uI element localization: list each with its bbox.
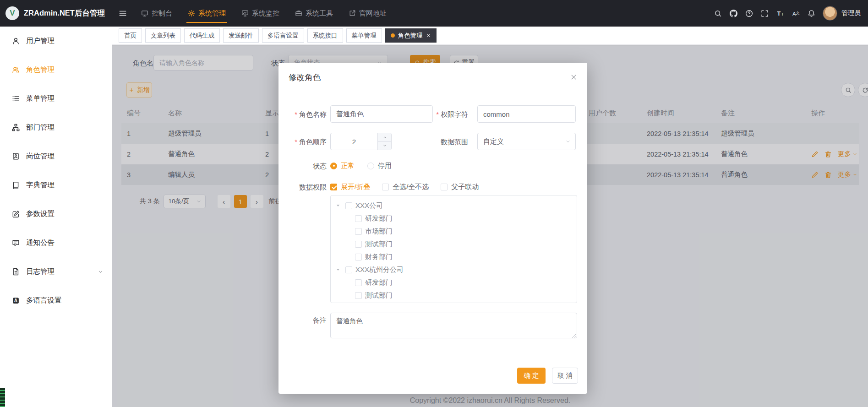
- topbar-search-button[interactable]: [711, 6, 725, 20]
- role-key-input[interactable]: [477, 105, 576, 123]
- tab-send-mail[interactable]: 发送邮件: [223, 28, 259, 43]
- topbar-github-button[interactable]: [726, 6, 740, 20]
- tab-menu-mgmt[interactable]: 菜单管理: [346, 28, 382, 43]
- background-window-sliver: [0, 388, 5, 407]
- tab-system-api[interactable]: 系统接口: [307, 28, 343, 43]
- tree-node[interactable]: 测试部门: [331, 238, 577, 250]
- close-tab-icon[interactable]: [426, 33, 431, 38]
- tree-node[interactable]: XXX公司: [331, 199, 577, 212]
- confirm-button[interactable]: 确 定: [517, 368, 546, 384]
- topbar-fullscreen-button[interactable]: [758, 6, 771, 20]
- avatar[interactable]: [823, 6, 837, 21]
- tree-node[interactable]: 研发部门: [331, 276, 577, 289]
- menu-list-icon: [12, 95, 20, 103]
- sidebar-item-notice[interactable]: 通知公告: [0, 228, 112, 257]
- tree-node-checkbox[interactable]: [355, 254, 362, 260]
- tree-node[interactable]: XXX杭州分公司: [331, 263, 577, 276]
- dialog-close-button[interactable]: [570, 74, 577, 82]
- tree-node[interactable]: 研发部门: [331, 212, 577, 225]
- role-name-label: *角色名称: [281, 110, 327, 119]
- remark-textarea[interactable]: 普通角色: [330, 313, 577, 338]
- tree-node-checkbox[interactable]: [345, 266, 352, 273]
- nav-console[interactable]: 控制台: [133, 0, 180, 27]
- sidebar-item-post-mgmt[interactable]: 岗位管理: [0, 142, 112, 171]
- sidebar-item-menu-mgmt[interactable]: 菜单管理: [0, 84, 112, 113]
- textarea-resize-handle[interactable]: [572, 332, 576, 336]
- close-icon: [570, 74, 577, 81]
- app-logo[interactable]: V ZRAdmin.NET后台管理: [0, 6, 112, 20]
- sidebar-item-log-mgmt[interactable]: 日志管理: [0, 257, 112, 286]
- tab-role-mgmt[interactable]: 角色管理: [385, 28, 437, 43]
- chevron-up-icon: [382, 135, 387, 140]
- nav-label: 系统工具: [306, 9, 333, 18]
- sidebar-toggle-button[interactable]: [112, 0, 133, 27]
- sidebar-item-role-mgmt[interactable]: 角色管理: [0, 55, 112, 84]
- tree-node-checkbox[interactable]: [355, 279, 362, 286]
- sidebar-item-dict-mgmt[interactable]: 字典管理: [0, 171, 112, 200]
- sidebar-item-label: 角色管理: [26, 65, 55, 75]
- tree-node[interactable]: 市场部门: [331, 225, 577, 238]
- role-key-label: *权限字符: [422, 110, 468, 119]
- nav-system-tools[interactable]: 系统工具: [287, 0, 341, 27]
- parent-child-link-checkbox[interactable]: 父子联动: [441, 183, 479, 191]
- sidebar-item-i18n-settings[interactable]: A多语言设置: [0, 286, 112, 315]
- tab-label: 首页: [124, 32, 136, 40]
- data-perm-label: 数据权限: [281, 183, 327, 192]
- tree-node-checkbox[interactable]: [355, 228, 362, 235]
- top-header-bar: V ZRAdmin.NET后台管理 控制台系统管理系统监控系统工具官网地址 TT…: [0, 0, 868, 27]
- tab-label: 发送邮件: [229, 32, 253, 40]
- tab-i18n-settings[interactable]: 多语言设置: [262, 28, 304, 43]
- role-order-value: 2: [331, 133, 377, 150]
- tab-code-gen[interactable]: 代码生成: [184, 28, 220, 43]
- sidebar-item-user-mgmt[interactable]: 用户管理: [0, 27, 112, 55]
- status-radio-group: 正常停用: [330, 161, 392, 171]
- tree-node-checkbox[interactable]: [355, 215, 362, 222]
- increase-button[interactable]: [378, 133, 391, 142]
- tab-home[interactable]: 首页: [119, 28, 142, 43]
- cancel-button[interactable]: 取 消: [552, 368, 578, 384]
- chevron-down-icon: [382, 143, 387, 148]
- svg-text:T: T: [781, 12, 783, 16]
- role-order-input[interactable]: 2: [330, 133, 392, 150]
- topbar-icon-group: TTA文: [711, 6, 818, 20]
- sidebar-item-label: 通知公告: [26, 238, 55, 248]
- tab-article-list[interactable]: 文章列表: [145, 28, 181, 43]
- tree-node[interactable]: 财务部门: [331, 250, 577, 263]
- sidebar-item-label: 字典管理: [26, 180, 55, 190]
- topbar-language-button[interactable]: A文: [789, 6, 802, 20]
- sidebar-item-param-settings[interactable]: 参数设置: [0, 200, 112, 228]
- github-icon: [730, 10, 737, 17]
- sidebar-item-dept-mgmt[interactable]: 部门管理: [0, 113, 112, 142]
- tree-node-checkbox[interactable]: [355, 292, 362, 299]
- tree-node-checkbox[interactable]: [355, 241, 362, 248]
- nav-official-site[interactable]: 官网地址: [341, 0, 394, 27]
- nav-system-mgmt[interactable]: 系统管理: [180, 0, 234, 27]
- status-radio-normal[interactable]: 正常: [330, 162, 355, 170]
- tree-node-checkbox[interactable]: [345, 202, 352, 209]
- status-radio-disabled[interactable]: 停用: [367, 162, 392, 170]
- chevron-down-icon: [565, 139, 571, 144]
- user-name[interactable]: 管理员: [841, 9, 861, 17]
- expand-collapse-checkbox[interactable]: 展开/折叠: [330, 183, 370, 191]
- edit-square-icon: [12, 210, 20, 218]
- fullscreen-icon: [761, 10, 769, 17]
- decrease-button[interactable]: [378, 142, 391, 150]
- topbar-font-size-button[interactable]: TT: [773, 6, 787, 20]
- select-all-checkbox[interactable]: 全选/全不选: [382, 183, 429, 191]
- topbar-help-button[interactable]: [742, 6, 756, 20]
- tree-node[interactable]: 测试部门: [331, 289, 577, 302]
- svg-text:T: T: [777, 10, 781, 17]
- search-icon: [714, 10, 722, 17]
- topbar-actions: TTA文 管理员: [711, 6, 868, 21]
- nav-system-monitor[interactable]: 系统监控: [234, 0, 287, 27]
- top-nav: 控制台系统管理系统监控系统工具官网地址: [133, 0, 394, 27]
- tags-view: 首页文章列表代码生成发送邮件多语言设置系统接口菜单管理角色管理: [112, 27, 868, 45]
- topbar-bell-button[interactable]: [804, 6, 818, 20]
- main-area: 首页文章列表代码生成发送邮件多语言设置系统接口菜单管理角色管理 角色名称 状态 …: [112, 27, 868, 407]
- checkbox-box: [441, 184, 448, 190]
- monitor-icon: [241, 10, 249, 17]
- tab-label: 文章列表: [151, 32, 175, 40]
- role-order-label: *角色顺序: [281, 138, 327, 147]
- data-scope-select[interactable]: 自定义: [477, 133, 576, 150]
- role-name-input[interactable]: [330, 105, 433, 123]
